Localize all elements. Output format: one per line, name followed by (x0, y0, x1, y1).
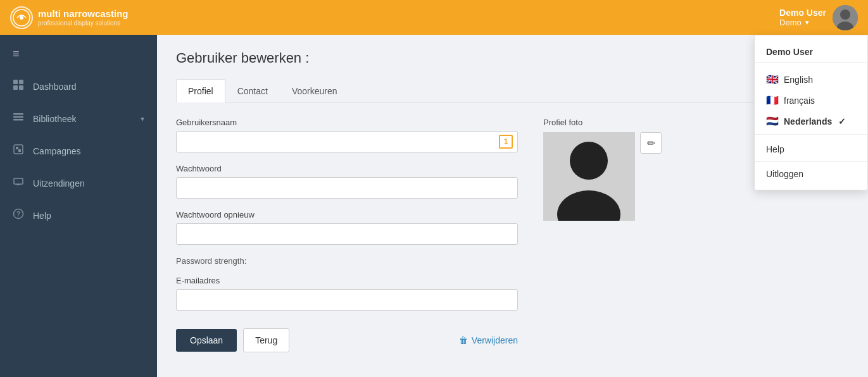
campagnes-icon (13, 144, 24, 158)
logo-sub: professional display solutions (38, 20, 129, 27)
active-check-icon: ✓ (838, 116, 846, 127)
svg-rect-10 (13, 116, 23, 118)
tab-profiel[interactable]: Profiel (176, 79, 225, 102)
opslaan-button[interactable]: Opslaan (176, 329, 237, 352)
logo-icon (10, 6, 33, 29)
sidebar-item-uitzendingen[interactable]: Uitzendingen (0, 167, 157, 199)
flag-francais: 🇫🇷 (766, 94, 779, 106)
page-title: Gebruiker bewerken : (176, 50, 849, 66)
emailadres-group: E-mailadres (176, 276, 518, 311)
language-section: 🇬🇧 English 🇫🇷 français 🇳🇱 Nederlands ✓ (755, 66, 867, 135)
gebruikersnaam-input[interactable] (176, 131, 518, 152)
profile-edit-button[interactable]: ✏ (640, 132, 662, 154)
password-strength: Password strength: (176, 256, 518, 266)
app-header: multi narrowcasting professional display… (0, 0, 868, 35)
sidebar-item-campagnes[interactable]: Campagnes (0, 135, 157, 167)
profile-foto-wrap: ✏ (543, 132, 670, 221)
wachtwoord-input[interactable] (176, 177, 518, 199)
pencil-icon: ✏ (647, 137, 655, 149)
dropdown-user-header: Demo User (755, 42, 867, 63)
wachtwoord-group: Wachtwoord (176, 164, 518, 199)
svg-rect-15 (14, 178, 23, 184)
flag-nederlands: 🇳🇱 (766, 115, 779, 127)
tabs: Profiel Contact Voorkeuren (176, 79, 849, 102)
svg-rect-5 (13, 80, 18, 84)
svg-rect-7 (13, 85, 18, 90)
logo: multi narrowcasting professional display… (10, 6, 129, 29)
dropdown-help-label: Help (766, 144, 784, 154)
gebruikersnaam-label: Gebruikersnaam (176, 118, 518, 127)
verwijderen-label: Verwijderen (472, 335, 518, 345)
svg-rect-11 (13, 119, 23, 121)
sidebar-menu-icon[interactable]: ≡ (0, 41, 157, 67)
user-name: Demo User (779, 8, 826, 18)
terug-button[interactable]: Terug (243, 328, 289, 352)
profile-foto-image (543, 132, 635, 221)
chevron-down-icon: ▾ (141, 114, 144, 123)
emailadres-input[interactable] (176, 289, 518, 311)
wachtwoord-opnieuw-group: Wachtwoord opnieuw (176, 210, 518, 245)
sidebar-item-dashboard[interactable]: Dashboard (0, 70, 157, 102)
language-nederlands[interactable]: 🇳🇱 Nederlands ✓ (755, 111, 867, 132)
trash-icon: 🗑 (459, 335, 468, 345)
profiel-foto-label: Profiel foto (543, 118, 670, 127)
svg-point-1 (20, 16, 23, 20)
emailadres-label: E-mailadres (176, 276, 518, 285)
dashboard-icon (13, 79, 24, 94)
chevron-down-icon: ▼ (804, 19, 810, 26)
language-english[interactable]: 🇬🇧 English (755, 69, 867, 90)
svg-rect-8 (19, 85, 23, 90)
sidebar-dashboard-label: Dashboard (33, 82, 144, 92)
sidebar-uitzendingen-label: Uitzendingen (33, 178, 144, 188)
user-demo: Demo ▼ (779, 18, 826, 27)
sidebar: ≡ Dashboard Bibliotheek ▾ (0, 35, 157, 377)
help-section: Help (755, 137, 867, 162)
form-left: Gebruikersnaam 1 Wachtwoord Wachtwoord o… (176, 118, 518, 352)
wachtwoord-label: Wachtwoord (176, 164, 518, 173)
dropdown-uitloggen[interactable]: Uitloggen (755, 164, 867, 183)
svg-rect-9 (13, 113, 23, 115)
gebruikersnaam-group: Gebruikersnaam 1 (176, 118, 518, 152)
flag-english: 🇬🇧 (766, 73, 779, 85)
svg-point-21 (570, 142, 608, 180)
language-nederlands-label: Nederlands (784, 116, 832, 127)
svg-text:?: ? (16, 211, 20, 218)
tab-contact[interactable]: Contact (225, 79, 280, 102)
logo-text: multi narrowcasting professional display… (38, 8, 129, 27)
form-section: Gebruikersnaam 1 Wachtwoord Wachtwoord o… (176, 118, 849, 352)
sidebar-item-help[interactable]: ? Help (0, 199, 157, 232)
sidebar-bibliotheek-label: Bibliotheek (33, 114, 132, 124)
user-menu-trigger[interactable]: Demo User Demo ▼ (779, 5, 858, 30)
sidebar-help-label: Help (33, 211, 144, 221)
user-info: Demo User Demo ▼ (779, 8, 826, 27)
svg-rect-14 (18, 149, 21, 152)
form-right: Profiel foto ✏ (543, 118, 670, 352)
app-layout: ≡ Dashboard Bibliotheek ▾ (0, 35, 868, 377)
verwijderen-button[interactable]: 🗑 Verwijderen (459, 335, 518, 345)
logo-brand: multi narrowcasting (38, 8, 129, 20)
wachtwoord-opnieuw-input[interactable] (176, 223, 518, 245)
language-francais[interactable]: 🇫🇷 français (755, 90, 867, 111)
username-input-wrap: 1 (176, 131, 518, 152)
dropdown-help[interactable]: Help (755, 140, 867, 159)
help-icon: ? (13, 208, 24, 223)
uitzendingen-icon (13, 176, 24, 190)
svg-rect-13 (16, 147, 18, 149)
sidebar-item-bibliotheek[interactable]: Bibliotheek ▾ (0, 102, 157, 135)
tab-voorkeuren[interactable]: Voorkeuren (280, 79, 349, 102)
user-dropdown-menu: Demo User 🇬🇧 English 🇫🇷 français 🇳🇱 Nede… (754, 35, 868, 190)
password-strength-label: Password strength: (176, 256, 246, 266)
sidebar-campagnes-label: Campagnes (33, 146, 144, 156)
language-francais-label: français (784, 96, 815, 106)
svg-rect-6 (19, 80, 23, 84)
avatar (833, 5, 858, 30)
form-actions: Opslaan Terug 🗑 Verwijderen (176, 328, 518, 352)
svg-point-3 (840, 9, 850, 20)
uitloggen-label: Uitloggen (766, 169, 803, 179)
language-english-label: English (784, 75, 813, 85)
wachtwoord-opnieuw-label: Wachtwoord opnieuw (176, 210, 518, 219)
step-badge: 1 (499, 135, 513, 149)
bibliotheek-icon (13, 111, 24, 126)
